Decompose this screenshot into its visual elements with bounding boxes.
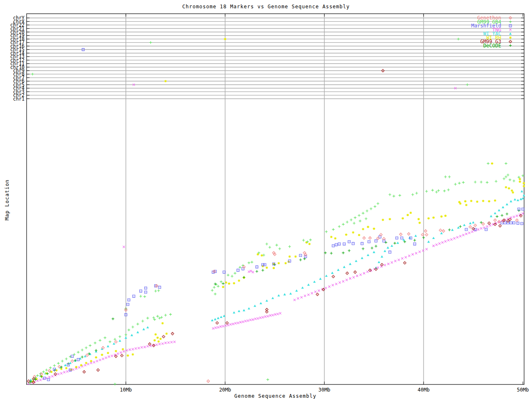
series-gm99-gb4-points [28,162,524,385]
chromosome-band: chrYchrXchr22chr21chr20chr19chr18chr17ch… [10,15,524,101]
legend-label: DeCODE [483,43,501,49]
series-tng-points [27,212,524,385]
chart-container: Chromosome 18 Markers vs Genome Sequence… [0,0,532,399]
legend-marker-plus [509,44,512,47]
series-wi-rh-points [31,163,525,383]
scatter-plot: chrYchrXchr22chr21chr20chr19chr18chr17ch… [0,0,532,399]
x-tick-label: 50Mb [517,387,529,393]
legend-marker-cross [509,29,511,31]
x-tick-label: 40Mb [418,387,430,393]
legend-marker-plus [509,20,512,23]
x-tick-label: 20Mb [219,387,231,393]
x-gridlines [126,14,424,384]
plot-frame [27,14,524,384]
series-wi-yac-points [29,190,525,381]
chromosome-tick-label: chr1 [13,96,25,102]
x-tick-label: 10Mb [120,387,132,393]
series-decode-points [29,209,520,383]
series-marshfield-points [43,208,524,381]
legend-marker-star [509,37,512,39]
legend-marker-triangle [509,32,512,34]
legend: GenethonGM99 GB4MarshfieldTNGWI YACWI RH… [471,15,512,49]
x-tick-label: 30Mb [318,387,330,393]
